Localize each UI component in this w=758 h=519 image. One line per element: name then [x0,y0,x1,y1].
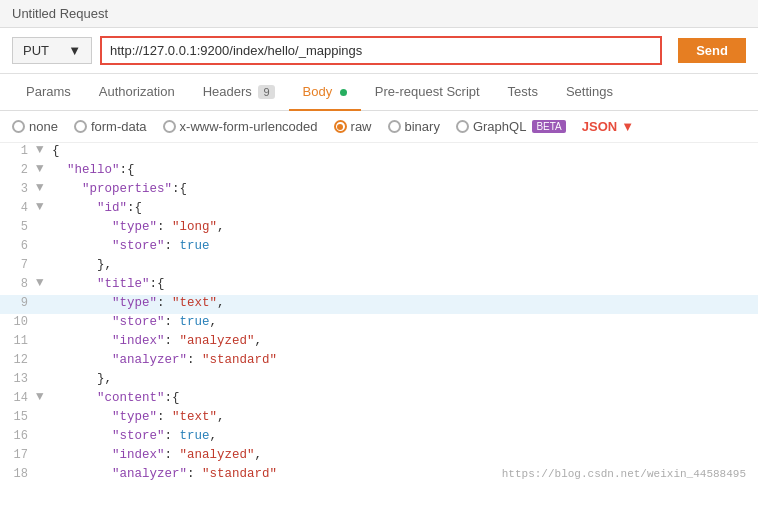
send-button[interactable]: Send [678,38,746,63]
line-content: { [52,143,758,158]
code-editor[interactable]: 1▼{2▼ "hello":{3▼ "properties":{4▼ "id":… [0,143,758,486]
url-input-wrapper [100,36,662,65]
line-number: 19 [0,485,36,486]
line-number: 5 [0,219,36,234]
url-bar: PUT ▼ Send [0,28,758,74]
line-content: "analyzer": "standard" [52,352,758,367]
line-content: "type": "text", [52,295,758,310]
line-number: 12 [0,352,36,367]
line-number: 16 [0,428,36,443]
line-toggle-icon[interactable]: ▼ [36,390,52,404]
code-line-6: 6 "store": true [0,238,758,257]
option-raw[interactable]: raw [334,119,372,134]
headers-badge: 9 [258,85,274,99]
line-number: 15 [0,409,36,424]
line-content: }, [52,371,758,386]
line-content: "store": true, [52,428,758,443]
line-content: "type": "text", [52,409,758,424]
radio-form-data-icon [74,120,87,133]
radio-graphql-icon [456,120,469,133]
line-number: 7 [0,257,36,272]
code-line-1: 1▼{ [0,143,758,162]
line-number: 8 [0,276,36,291]
line-toggle-icon[interactable]: ▼ [36,200,52,214]
line-content: "store": true, [52,314,758,329]
tab-body[interactable]: Body [289,74,361,111]
line-toggle-icon[interactable]: ▼ [36,162,52,176]
title-text: Untitled Request [12,6,108,21]
body-dot [340,89,347,96]
line-number: 13 [0,371,36,386]
code-line-9: 9 "type": "text", [0,295,758,314]
radio-urlencoded-icon [163,120,176,133]
json-dropdown[interactable]: JSON ▼ [582,119,634,134]
tab-headers[interactable]: Headers 9 [189,74,289,111]
option-form-data[interactable]: form-data [74,119,147,134]
tabs-bar: Params Authorization Headers 9 Body Pre-… [0,74,758,111]
line-number: 17 [0,447,36,462]
option-none[interactable]: none [12,119,58,134]
code-line-4: 4▼ "id":{ [0,200,758,219]
line-number: 6 [0,238,36,253]
radio-none-icon [12,120,25,133]
line-number: 9 [0,295,36,310]
code-line-19: 19 } [0,485,758,486]
method-chevron-icon: ▼ [68,43,81,58]
line-content: "properties":{ [52,181,758,196]
line-content: "store": true [52,238,758,253]
tab-authorization[interactable]: Authorization [85,74,189,111]
line-content: "hello":{ [52,162,758,177]
line-number: 2 [0,162,36,177]
line-number: 4 [0,200,36,215]
option-binary[interactable]: binary [388,119,440,134]
code-line-2: 2▼ "hello":{ [0,162,758,181]
option-urlencoded[interactable]: x-www-form-urlencoded [163,119,318,134]
radio-binary-icon [388,120,401,133]
code-line-13: 13 }, [0,371,758,390]
watermark: https://blog.csdn.net/weixin_44588495 [502,468,746,480]
line-content: "index": "analyzed", [52,333,758,348]
code-line-15: 15 "type": "text", [0,409,758,428]
line-content: "id":{ [52,200,758,215]
line-number: 3 [0,181,36,196]
dropdown-chevron-icon: ▼ [621,119,634,134]
code-line-10: 10 "store": true, [0,314,758,333]
code-line-16: 16 "store": true, [0,428,758,447]
option-graphql[interactable]: GraphQL BETA [456,119,566,134]
graphql-badge: BETA [532,120,565,133]
url-input[interactable] [102,38,660,63]
line-number: 11 [0,333,36,348]
code-line-17: 17 "index": "analyzed", [0,447,758,466]
code-line-8: 8▼ "title":{ [0,276,758,295]
line-number: 10 [0,314,36,329]
line-content: "index": "analyzed", [52,447,758,462]
line-content: } [52,485,758,486]
line-number: 14 [0,390,36,405]
method-label: PUT [23,43,49,58]
body-options: none form-data x-www-form-urlencoded raw… [0,111,758,143]
code-line-14: 14▼ "content":{ [0,390,758,409]
code-line-3: 3▼ "properties":{ [0,181,758,200]
line-toggle-icon[interactable]: ▼ [36,181,52,195]
code-line-5: 5 "type": "long", [0,219,758,238]
line-number: 18 [0,466,36,481]
code-line-11: 11 "index": "analyzed", [0,333,758,352]
line-number: 1 [0,143,36,158]
tab-settings[interactable]: Settings [552,74,627,111]
code-line-7: 7 }, [0,257,758,276]
line-content: "content":{ [52,390,758,405]
line-content: "type": "long", [52,219,758,234]
line-content: }, [52,257,758,272]
tab-tests[interactable]: Tests [494,74,552,111]
radio-raw-icon [334,120,347,133]
line-toggle-icon[interactable]: ▼ [36,143,52,157]
line-toggle-icon[interactable]: ▼ [36,276,52,290]
method-select[interactable]: PUT ▼ [12,37,92,64]
title-bar: Untitled Request [0,0,758,28]
line-content: "title":{ [52,276,758,291]
code-line-12: 12 "analyzer": "standard" [0,352,758,371]
tab-prerequest[interactable]: Pre-request Script [361,74,494,111]
tab-params[interactable]: Params [12,74,85,111]
